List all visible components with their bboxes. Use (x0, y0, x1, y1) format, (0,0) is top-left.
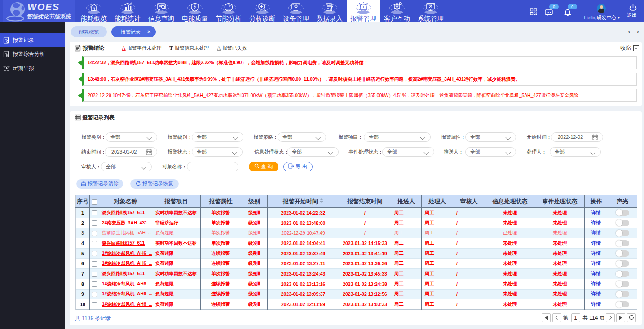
svg-text:智能优化节能系统: 智能优化节能系统 (26, 13, 71, 20)
svg-text:WOES: WOES (27, 2, 60, 13)
